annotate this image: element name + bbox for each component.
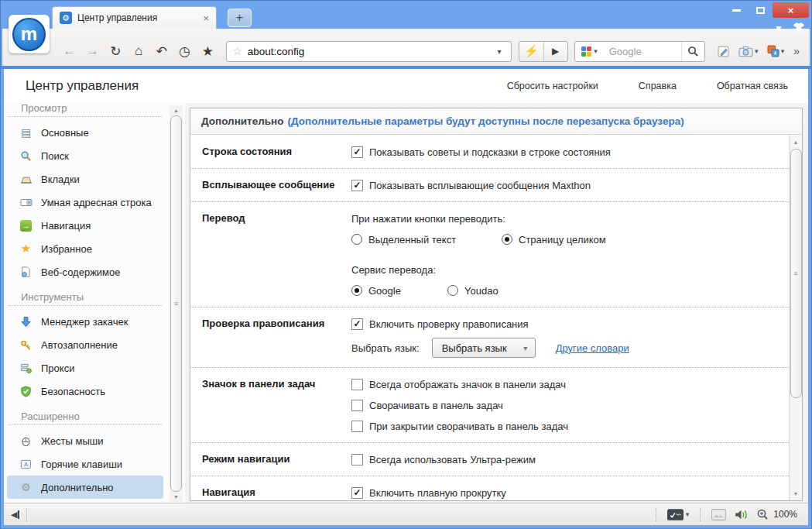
sidebar-item-advanced[interactable]: ⚙ Дополнительно <box>7 476 163 499</box>
checkbox-unchecked[interactable] <box>351 454 363 465</box>
sidebar-item-web-content[interactable]: Веб-содержимое <box>7 260 163 283</box>
search-engine-selector[interactable]: ▾ <box>575 42 605 61</box>
sidebar-item-basic[interactable]: ▤ Основные <box>7 121 163 144</box>
radio-selected[interactable] <box>351 285 362 296</box>
reset-settings-link[interactable]: Сбросить настройки <box>507 81 598 91</box>
translate-button[interactable]: ▾ <box>764 41 788 61</box>
scroll-up-icon[interactable]: ▲ <box>793 137 799 147</box>
sidebar-scrollbar[interactable]: ▲ ≡ ▼ <box>170 105 183 502</box>
search-button[interactable] <box>681 42 704 61</box>
dock-sidebar-button[interactable]: ◀ <box>11 510 19 520</box>
zoom-control[interactable]: 100% <box>752 508 801 520</box>
close-button[interactable]: × <box>773 2 809 18</box>
mute-button[interactable] <box>730 509 752 520</box>
setting-row-taskbar-icon: Значок в панели задач Всегда отображать … <box>190 368 789 443</box>
address-bar[interactable]: ☆ about:config ▾ <box>226 41 512 62</box>
history-icon[interactable]: ◷ <box>173 43 197 60</box>
sidebar-item-autofill[interactable]: Автозаполнение <box>7 333 163 356</box>
checkbox-unchecked[interactable] <box>351 400 363 411</box>
media-status-button[interactable]: ▾ <box>663 509 694 520</box>
tab-close-icon[interactable]: × <box>203 12 209 24</box>
content-scroll-thumb[interactable]: ≡ <box>790 149 802 398</box>
minimize-button[interactable] <box>725 2 749 18</box>
checkbox-label: Всегда отображать значок в панели задач <box>369 379 566 390</box>
radio-unselected[interactable] <box>351 234 362 245</box>
sidebar-item-favorites[interactable]: ★ Избранное <box>7 237 163 260</box>
sidebar-item-label: Прокси <box>41 362 74 374</box>
zoom-icon <box>756 508 769 520</box>
checkbox-checked[interactable]: ✓ <box>351 180 363 191</box>
page-images-button[interactable] <box>708 509 730 520</box>
maximize-button[interactable] <box>749 2 773 18</box>
radio-unselected[interactable] <box>447 285 458 296</box>
sidebar-item-label: Автозаполнение <box>41 339 118 351</box>
undo-icon[interactable]: ↶ <box>150 43 173 60</box>
sidebar-item-security[interactable]: Безопасность <box>7 380 163 403</box>
skin-icon[interactable] <box>793 22 805 36</box>
bookmark-star-icon[interactable]: ☆ <box>232 45 242 57</box>
select-label: Выбрать язык: <box>351 342 420 354</box>
refresh-icon[interactable]: ↻ <box>104 43 127 60</box>
speaker-icon <box>734 509 749 520</box>
sidebar-item-label: Навигация <box>41 220 91 232</box>
checkbox-checked[interactable]: ✓ <box>351 146 363 158</box>
sidebar-item-navigation[interactable]: → Навигация <box>7 214 163 237</box>
browser-window: m ⚙ Центр управления × + × ▼ ← → ↻ ⌂ ↶ ◷… <box>0 0 812 529</box>
snapshot-button[interactable]: ▾ <box>735 41 762 61</box>
snapshot-dropdown-icon: ▾ <box>755 47 759 55</box>
checkbox-label: Включить плавную прокрутку <box>369 487 506 499</box>
browser-toolbar: ← → ↻ ⌂ ↶ ◷ ★ ☆ about:config ▾ ⚡ ▶ ▾ <box>2 29 810 66</box>
new-tab-button[interactable]: + <box>228 9 252 27</box>
notes-button[interactable] <box>714 41 733 61</box>
help-link[interactable]: Справка <box>639 81 677 91</box>
hide-toolbar-icon[interactable]: ▼ <box>774 23 783 34</box>
favorites-icon[interactable]: ★ <box>196 43 219 60</box>
sidebar-item-search[interactable]: Поиск <box>7 144 163 167</box>
scroll-up-icon[interactable]: ▲ <box>173 105 179 115</box>
scroll-down-icon[interactable]: ▼ <box>173 492 179 502</box>
maxthon-logo-icon: m <box>12 18 46 51</box>
radio-selected[interactable] <box>502 234 512 245</box>
checkbox-unchecked[interactable] <box>351 421 363 432</box>
address-url[interactable]: about:config <box>248 46 488 57</box>
forward-icon[interactable]: → <box>81 43 104 59</box>
content-scrollbar[interactable]: ▲ ≡ ▼ <box>789 136 802 500</box>
zoom-level: 100% <box>773 509 797 520</box>
feedback-link[interactable]: Обратная связь <box>717 81 788 91</box>
sidebar-item-tabs[interactable]: Вкладки <box>7 167 163 191</box>
row-label: Значок в панели задач <box>202 377 351 433</box>
checkbox-unchecked[interactable] <box>351 379 363 390</box>
sidebar-scroll-thumb[interactable]: ≡ <box>170 115 182 492</box>
tab-icon <box>19 173 33 186</box>
search-icon <box>19 149 33 163</box>
back-icon[interactable]: ← <box>58 43 81 59</box>
row-label: Строка состояния <box>202 145 351 159</box>
sidebar-item-hotkeys[interactable]: A Горячие клавиши <box>7 452 163 476</box>
maxthon-menu-button[interactable]: m <box>9 15 50 53</box>
more-dictionaries-link[interactable]: Другие словари <box>556 342 629 354</box>
sidebar-item-mouse-gestures[interactable]: Жесты мыши <box>7 429 163 452</box>
checkbox-checked[interactable]: ✓ <box>351 487 363 499</box>
setting-row-spellcheck: Проверка правописания ✓ Включить проверк… <box>190 307 789 368</box>
home-icon[interactable]: ⌂ <box>127 43 150 59</box>
sidebar-item-smart-addressbar[interactable]: Умная адресная строка <box>7 191 163 214</box>
sidebar-item-label: Веб-содержимое <box>41 266 121 278</box>
search-icon <box>687 46 699 57</box>
checkbox-checked[interactable]: ✓ <box>351 318 363 330</box>
image-icon <box>711 509 726 520</box>
scroll-down-icon[interactable]: ▼ <box>793 489 799 499</box>
go-button[interactable]: ▶ <box>543 42 567 61</box>
search-input[interactable] <box>605 42 681 61</box>
radio-label: Выделенный текст <box>368 234 456 246</box>
sidebar-item-label: Основные <box>41 127 89 139</box>
sidebar-item-download-manager[interactable]: Менеджер закачек <box>7 310 163 333</box>
turbo-button[interactable]: ⚡ <box>519 42 543 61</box>
toolbar-overflow-icon[interactable]: » <box>790 45 803 57</box>
tab-control-center[interactable]: ⚙ Центр управления × <box>52 6 217 29</box>
web-content-icon <box>19 266 33 279</box>
language-dropdown[interactable]: Выбрать язык ▾ <box>432 338 536 358</box>
setting-row-navigation-mode: Режим навигации Всегда использовать Ульт… <box>190 443 789 476</box>
sidebar-item-proxy[interactable]: Прокси <box>7 356 163 380</box>
address-dropdown-icon[interactable]: ▾ <box>493 47 505 56</box>
mouse-icon <box>19 435 33 448</box>
